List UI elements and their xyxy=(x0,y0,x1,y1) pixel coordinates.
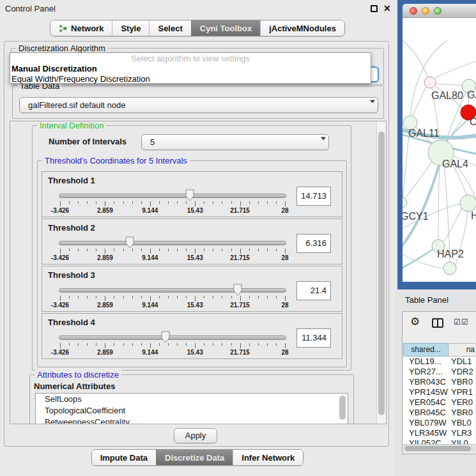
tick-label: 21.715 xyxy=(230,254,250,261)
attribute-list-item[interactable]: SelfLoops xyxy=(36,394,348,405)
threshold-2-slider[interactable] xyxy=(59,236,288,249)
network-node[interactable] xyxy=(460,195,476,211)
threshold-3-value-field[interactable]: 21.4 xyxy=(296,281,331,300)
cell-shared-name[interactable]: YBR043C xyxy=(403,377,448,387)
network-node-label: GAL4 xyxy=(442,158,468,169)
application-window: Control Panel ✕ Network Style Select Cyn… xyxy=(0,0,476,476)
tick-label: -3.426 xyxy=(51,349,69,356)
threshold-3-slider[interactable] xyxy=(59,284,288,296)
tab-jactivemnodules[interactable]: jActiveMNodules xyxy=(260,20,344,36)
table-row[interactable]: YDR27...YDR2 xyxy=(403,367,475,377)
table-row[interactable]: YPR145WYPR1 xyxy=(403,387,475,397)
table-row[interactable]: YLR345WYLR3 xyxy=(403,428,475,438)
cell-name[interactable]: YDL1 xyxy=(448,357,475,367)
select-columns-icons[interactable]: ☑☑ xyxy=(454,318,469,326)
network-node-label: H xyxy=(471,210,476,221)
float-window-icon[interactable] xyxy=(371,5,378,12)
attributes-group: Attributes to discretize Numerical Attri… xyxy=(29,374,354,424)
slider-track[interactable] xyxy=(59,241,286,245)
cell-shared-name[interactable]: YLR345W xyxy=(403,428,448,438)
threshold-1-value-field[interactable]: 14.713 xyxy=(296,187,331,206)
slider-track[interactable] xyxy=(59,288,286,293)
cell-name[interactable]: YER0 xyxy=(448,397,475,408)
slider-track[interactable] xyxy=(59,194,286,198)
cell-shared-name[interactable]: YDR27... xyxy=(403,367,448,377)
threshold-1-slider[interactable] xyxy=(59,189,288,202)
settings-vertical-scrollbar[interactable] xyxy=(376,121,386,424)
tab-infer-network[interactable]: Infer Network xyxy=(233,450,303,465)
table-data-combobox[interactable]: galFiltered.sif default node xyxy=(19,97,378,113)
network-icon xyxy=(59,24,67,33)
threshold-4-value-field[interactable]: 11.344 xyxy=(296,328,331,348)
tick-label: -3.426 xyxy=(51,254,69,261)
panel-title: Control Panel xyxy=(5,4,56,13)
number-of-intervals-combobox[interactable]: 5 xyxy=(141,134,329,150)
column-header-name[interactable]: na xyxy=(449,343,475,357)
network-canvas[interactable]: GAL80GACGAL11GAL4GCY1HHAP2 xyxy=(403,18,476,282)
slider-thumb[interactable] xyxy=(160,331,171,343)
cell-name[interactable]: YLR3 xyxy=(448,428,475,438)
cell-shared-name[interactable]: YBR045C xyxy=(403,408,448,418)
table-row[interactable]: YER054CYER0 xyxy=(403,397,475,408)
attribute-list-item[interactable]: BetweennessCentrality xyxy=(36,417,348,424)
cell-shared-name[interactable]: YDL19... xyxy=(403,357,448,367)
threshold-3-panel: Threshold 3 -3.4262.8599.14415.4321.7152… xyxy=(42,266,342,312)
tab-label: Impute Data xyxy=(100,453,148,463)
popup-prompt: Select algorithm to view settings xyxy=(10,53,371,64)
table-row[interactable]: YBR043CYBR0 xyxy=(403,377,475,387)
apply-button[interactable]: Apply xyxy=(174,428,217,443)
tick-label: 9.144 xyxy=(142,207,158,214)
zoom-button[interactable] xyxy=(434,7,441,15)
numerical-attributes-label: Numerical Attributes xyxy=(34,381,115,391)
scrollbar-thumb[interactable] xyxy=(405,446,471,451)
cell-name[interactable]: YBL0 xyxy=(448,418,475,428)
cell-shared-name[interactable]: YBL079W xyxy=(403,418,448,428)
network-node[interactable] xyxy=(424,77,436,88)
tab-network[interactable]: Network xyxy=(50,20,112,36)
cell-name[interactable]: YBR0 xyxy=(448,408,475,418)
node-table: ⚙ ☑☑ shared... na YDL19...YDL1YDR27...YD… xyxy=(402,311,476,454)
network-node[interactable] xyxy=(403,197,407,208)
cell-name[interactable]: YPR1 xyxy=(448,387,475,397)
threshold-4-slider[interactable] xyxy=(59,331,288,344)
table-horizontal-scrollbar[interactable] xyxy=(403,444,475,452)
slider-track[interactable] xyxy=(59,335,286,340)
network-node-label: GAL11 xyxy=(408,128,440,139)
popup-item-manual-discretization[interactable]: Manual Discretization xyxy=(10,64,371,74)
table-header-row: shared... na xyxy=(403,343,475,357)
tick-label: 15.43 xyxy=(187,207,203,214)
gear-icon[interactable]: ⚙ xyxy=(410,315,420,328)
network-node[interactable] xyxy=(443,262,456,275)
tick-label: 21.715 xyxy=(230,349,250,356)
attribute-list-item[interactable]: TopologicalCoefficient xyxy=(36,405,348,417)
slider-tick-labels: -3.4262.8599.14415.4321.71528 xyxy=(59,302,288,309)
close-button[interactable] xyxy=(410,7,417,15)
table-row[interactable]: YBR045CYBR0 xyxy=(403,408,475,418)
table-row[interactable]: YDL19...YDL1 xyxy=(403,357,475,367)
table-data-value: galFiltered.sif default node xyxy=(28,100,125,110)
popup-item-equal-width-frequency[interactable]: Equal Width/Frequency Discretization xyxy=(10,74,371,84)
network-window-titlebar[interactable] xyxy=(403,4,476,18)
slider-thumb[interactable] xyxy=(185,189,195,201)
cell-shared-name[interactable]: YER054C xyxy=(403,397,448,408)
tab-discretize-data[interactable]: Discretize Data xyxy=(156,450,233,465)
numerical-attributes-list[interactable]: SelfLoopsTopologicalCoefficientBetweenne… xyxy=(35,393,348,424)
threshold-label: Threshold 1 xyxy=(48,176,95,185)
cell-name[interactable]: YDR2 xyxy=(448,367,475,377)
close-panel-icon[interactable]: ✕ xyxy=(383,3,391,13)
column-header-shared-name[interactable]: shared... xyxy=(403,343,449,357)
cell-shared-name[interactable]: YPR145W xyxy=(403,387,448,397)
scrollbar-thumb[interactable] xyxy=(378,132,385,415)
minimize-button[interactable] xyxy=(422,7,429,15)
cell-name[interactable]: YBR0 xyxy=(448,377,475,387)
tab-cyni-toolbox[interactable]: Cyni Toolbox xyxy=(191,20,260,36)
table-row[interactable]: YBL079WYBL0 xyxy=(403,418,475,428)
threshold-2-value-field[interactable]: 6.316 xyxy=(296,234,331,253)
columns-icon[interactable] xyxy=(432,318,443,328)
tab-style[interactable]: Style xyxy=(112,20,149,36)
tab-impute-data[interactable]: Impute Data xyxy=(92,450,156,465)
tab-select[interactable]: Select xyxy=(149,20,190,36)
slider-thumb[interactable] xyxy=(233,284,243,296)
list-scrollbar-thumb[interactable] xyxy=(339,395,346,420)
slider-thumb[interactable] xyxy=(125,236,135,249)
